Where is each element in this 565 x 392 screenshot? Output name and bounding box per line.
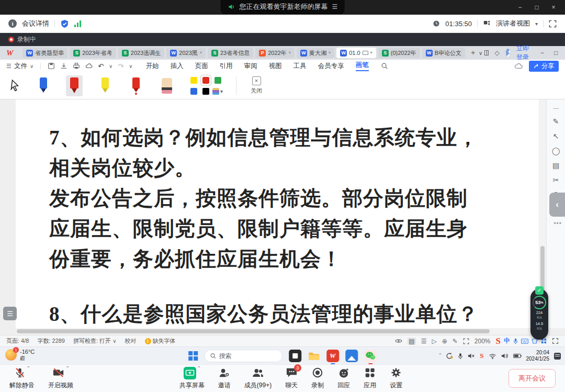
floating-toolbar-handle[interactable]: ☰ [3,307,17,320]
taskbar-clock[interactable]: 20:04 2024/1/25 [526,350,550,362]
wps-tab-3[interactable]: S2023选调生 [118,48,164,58]
wps-close-button[interactable]: × [563,49,565,57]
sogou-logo[interactable]: S [496,336,501,346]
file-menu[interactable]: ☰ 文件 ∨ [6,62,33,71]
banner-menu-icon[interactable]: ☰ [332,3,337,10]
fullscreen-icon[interactable] [549,20,557,28]
menu-view[interactable]: 视图 [269,62,282,71]
tray-expand-chevron[interactable]: ˆ [439,353,442,359]
start-video-button[interactable]: ˆ 开启视频 [48,367,73,390]
window-close-button[interactable]: × [545,0,562,15]
cursor-tool[interactable] [9,79,21,93]
tab-list-chevron[interactable]: ∨ [479,50,482,56]
share-screen-button[interactable]: ˆ 共享屏幕 [179,367,205,390]
zoom-level[interactable]: 200% [474,338,491,345]
wps-tab-2[interactable]: S2023年省考 [70,48,116,58]
settings-button[interactable]: 设置 [390,367,402,390]
swatch-black[interactable] [202,88,209,95]
react-button[interactable]: 回应 [337,367,350,390]
security-shield-icon[interactable] [60,19,69,28]
notification-center-icon[interactable] [554,353,561,360]
printer-icon[interactable] [73,62,80,70]
wps-tab-1[interactable]: W省类题型串 [22,48,67,58]
sidebar-collapse-tab[interactable]: ‹ [549,193,565,217]
avatar[interactable] [506,49,510,57]
menu-reference[interactable]: 引用 [220,62,233,71]
menu-brush-active[interactable]: 画笔 [356,61,369,71]
sogou-tray-icon[interactable]: S [480,352,483,360]
speaker-mute-tray-icon[interactable] [468,353,475,359]
share-options-chevron[interactable]: ˆ [198,367,200,372]
menu-page[interactable]: 页面 [195,62,208,71]
wps-minimize-button[interactable]: − [536,49,549,57]
mic-tray-icon[interactable] [458,353,463,360]
taskbar-search-box[interactable]: 搜索 [204,350,282,362]
fit-page-icon[interactable] [463,338,469,344]
cloud-sync-icon[interactable] [85,62,93,70]
wps-restore-button[interactable]: □ [549,49,563,57]
redo-chevron[interactable]: ∨ [129,63,132,69]
window-minimize-button[interactable]: − [512,0,528,15]
red-brush-tool[interactable] [128,75,144,96]
save-icon[interactable] [48,62,55,70]
new-tab-button[interactable]: ＋ [469,48,477,58]
menu-home[interactable]: 开始 [146,62,159,71]
login-link[interactable]: 立即登录 [516,44,529,62]
unmute-button[interactable]: ˆ 解除静音 [9,367,35,390]
wps-tab-5[interactable]: S23省考信息 [208,48,253,58]
voice-input-icon[interactable] [513,338,518,344]
horizontal-scrollbar[interactable] [16,329,534,334]
missing-font-warning[interactable]: !缺失字体 [145,337,176,345]
meeting-details-link[interactable]: 会议详情 [22,19,49,28]
wps-logo[interactable]: W [6,49,13,58]
view-mode-dropdown[interactable]: 演讲者视图 [496,19,530,28]
swatch-green[interactable] [214,77,221,84]
swatch-blue[interactable] [190,88,197,95]
select-cursor-icon[interactable]: ↖ [553,132,559,140]
video-options-chevron[interactable]: ˆ [66,367,69,372]
collapse-strip-icon[interactable]: — [553,105,559,111]
wps-tab-4[interactable]: W2023黑• [166,48,206,58]
tools-icon[interactable]: ✂ [553,176,559,184]
red-marker-tool-selected[interactable] [66,75,83,96]
taskbar-app-wps[interactable]: W [326,350,339,362]
wps-tab-6[interactable]: P2022年• [255,48,295,58]
spellcheck-toggle[interactable]: 拼写检查: 打开 ∨ [73,337,117,345]
play-slideshow-icon[interactable]: ▷ [432,338,436,345]
eraser-tool[interactable] [159,76,175,96]
sync-tray-icon[interactable] [446,352,453,360]
page-layout-icon[interactable]: ▤ [408,338,415,345]
keyboard-icon[interactable] [521,339,528,344]
chat-button[interactable]: 3 聊天 [285,367,298,390]
undo-icon[interactable]: ↶ [98,62,104,70]
menu-insert[interactable]: 插入 [171,62,184,71]
document-page[interactable]: 7、如何选岗？例如信息管理与信息系统专业， 相关岗位较少。 发布公告之后，按照条… [16,99,539,328]
outline-view-icon[interactable]: ☰ [421,338,427,345]
wps-tab-10[interactable]: WB申论公文 [422,48,465,58]
scrollbar-thumb[interactable] [17,329,490,333]
network-signal-icon[interactable] [74,20,81,27]
card-view-icon[interactable]: ▤ [552,161,559,170]
eye-icon[interactable] [395,338,402,344]
more-dots-icon[interactable]: ••• [553,220,562,227]
split-view-icon[interactable] [484,50,488,55]
record-button[interactable]: 录制 [311,367,324,390]
battery-icon[interactable] [513,353,522,359]
net-speed-widget[interactable]: ✓ 53% 224K/s 14.5K/s [530,289,548,340]
swatch-more[interactable]: ▾ [212,88,223,95]
wps-tab-9[interactable]: S(0)2022年 [378,48,420,58]
word-count-icon[interactable]: ◯ [552,147,560,155]
fullscreen-toggle-icon[interactable] [552,338,559,344]
menu-review[interactable]: 审阅 [244,62,257,71]
window-maximize-button[interactable]: □ [528,0,545,15]
yellow-highlighter-tool[interactable] [97,75,114,96]
share-button[interactable]: 分享 [529,61,559,72]
menu-tools[interactable]: 工具 [293,62,307,71]
proofread-button[interactable]: 校对 [125,337,137,345]
audio-options-chevron[interactable]: ˆ [27,367,29,372]
invite-button[interactable]: 邀请 [218,367,231,390]
volume-icon[interactable] [501,353,508,359]
web-layout-icon[interactable]: ⊕ [442,338,447,345]
undo-chevron[interactable]: ∨ [109,63,112,69]
wps-tab-7[interactable]: W黄大湘• [297,48,334,58]
